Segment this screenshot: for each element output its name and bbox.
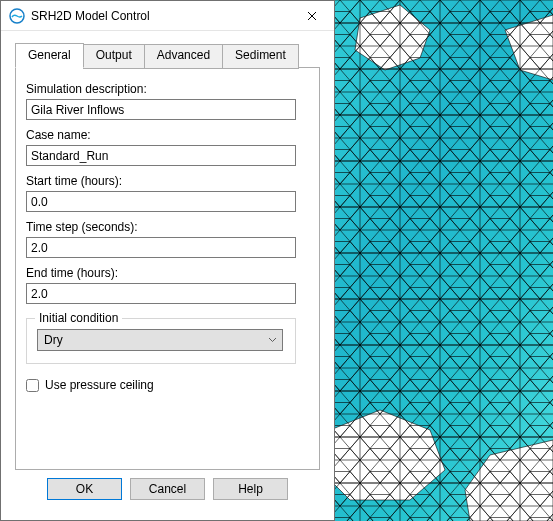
dialog-button-row: OK Cancel Help [15,470,320,510]
start-time-label: Start time (hours): [26,174,309,188]
initial-condition-value: Dry [37,329,283,351]
end-time-label: End time (hours): [26,266,309,280]
dialog-title: SRH2D Model Control [31,9,289,23]
app-icon [9,8,25,24]
cancel-button[interactable]: Cancel [130,478,205,500]
initial-condition-select[interactable]: Dry [37,329,283,351]
pressure-ceiling-row: Use pressure ceiling [26,378,309,392]
end-time-input[interactable] [26,283,296,304]
pressure-ceiling-checkbox[interactable] [26,379,39,392]
time-step-label: Time step (seconds): [26,220,309,234]
sim-desc-label: Simulation description: [26,82,309,96]
ok-button[interactable]: OK [47,478,122,500]
time-step-input[interactable] [26,237,296,258]
model-control-dialog: SRH2D Model Control General Output Advan… [0,0,335,521]
tab-advanced[interactable]: Advanced [144,44,223,69]
close-button[interactable] [289,1,334,30]
case-name-input[interactable] [26,145,296,166]
help-button[interactable]: Help [213,478,288,500]
initial-condition-group: Initial condition Dry [26,318,296,364]
dialog-body: General Output Advanced Sediment Simulat… [1,31,334,520]
tab-sediment[interactable]: Sediment [222,44,299,69]
tab-bar: General Output Advanced Sediment [15,43,320,68]
tab-panel-general: Simulation description: Case name: Start… [15,67,320,470]
sim-desc-input[interactable] [26,99,296,120]
titlebar: SRH2D Model Control [1,1,334,31]
initial-condition-legend: Initial condition [35,311,122,325]
start-time-input[interactable] [26,191,296,212]
close-icon [307,11,317,21]
tab-output[interactable]: Output [83,44,145,69]
case-name-label: Case name: [26,128,309,142]
pressure-ceiling-label[interactable]: Use pressure ceiling [45,378,154,392]
tab-general[interactable]: General [15,43,84,68]
